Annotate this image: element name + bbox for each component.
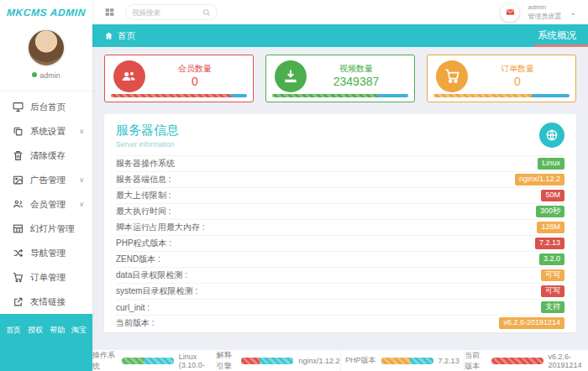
status-badge: 3.2.0 <box>539 253 564 265</box>
breadcrumb-home: 首页 <box>118 30 135 42</box>
server-row: PHP程式版本 : 7.2.13 <box>116 235 564 251</box>
server-row-label: 服务器操作系统 <box>116 158 175 170</box>
shuffle-icon <box>13 248 24 259</box>
server-row: 当前版本 : v6.2.6-20191214 <box>116 315 564 331</box>
app-window: MKCMS ADMIN admin 后台首页 系统设置 ∨ 清除缓存 广告管理 <box>0 0 588 371</box>
chevron-down-icon: ∨ <box>79 176 84 184</box>
stat-card-videos[interactable]: 视频数量 2349387 <box>265 55 415 102</box>
server-row: 服务器端信息 : nginx/1.12.2 <box>116 171 564 187</box>
stat-card-orders[interactable]: 订单数量 0 <box>427 55 576 102</box>
server-row-label: ZEND版本 : <box>116 253 160 265</box>
image-icon <box>13 175 24 186</box>
panel-title: 服务器信息 <box>116 123 179 138</box>
account-name: admin <box>528 3 561 13</box>
progress-bar <box>433 94 570 97</box>
sidebar-footer-link-license[interactable]: 授权 <box>28 325 43 371</box>
sidebar-item-orders[interactable]: 订单管理 <box>0 265 92 290</box>
status-badge: Linux <box>538 158 564 170</box>
server-row-label: 服务器端信息 : <box>116 174 171 186</box>
sidebar-item-label: 系统设置 <box>30 126 66 138</box>
sidebar-item-label: 广告管理 <box>30 175 66 186</box>
sidebar-item-slides[interactable]: 幻灯片管理 <box>0 217 92 241</box>
statbar-progress <box>381 358 433 364</box>
main-area: admin 管理员设置 ⌄ 首页 系统概况 <box>92 0 588 371</box>
server-row-label: system目录权限检测 : <box>116 285 197 297</box>
topbar: admin 管理员设置 ⌄ <box>92 0 588 24</box>
sidebar-item-links[interactable]: 友情链接 <box>0 290 92 314</box>
statbar-progress <box>491 358 543 364</box>
stat-label: 视频数量 <box>307 63 406 74</box>
avatar[interactable] <box>27 29 66 67</box>
username: admin <box>39 71 60 80</box>
progress-segment <box>111 94 231 97</box>
sidebar-footer-link-home[interactable]: 首页 <box>6 325 21 371</box>
sidebar-footer-link-taobao[interactable]: 淘宝 <box>71 325 87 371</box>
sidebar-item-label: 订单管理 <box>30 272 66 284</box>
users-icon <box>113 60 145 92</box>
progress-bar <box>111 94 247 97</box>
status-badge: 300秒 <box>536 206 564 217</box>
progress-bar <box>272 94 408 97</box>
globe-button[interactable] <box>539 123 564 148</box>
sidebar-item-ads[interactable]: 广告管理 ∨ <box>0 168 92 192</box>
external-link-icon <box>13 296 24 307</box>
sidebar-profile: admin <box>0 25 92 80</box>
statbar-progress <box>122 358 174 364</box>
breadcrumb[interactable]: 首页 <box>104 30 135 42</box>
statbar-label: 操作系统 <box>92 350 117 371</box>
status-badge: 可写 <box>541 269 564 281</box>
stat-card-meta: 会员数量 0 <box>145 63 244 89</box>
account-menu[interactable]: admin 管理员设置 <box>528 3 561 22</box>
sidebar-item-clear-cache[interactable]: 清除缓存 <box>0 144 92 168</box>
app-logo[interactable]: MKCMS ADMIN <box>0 0 93 25</box>
slides-icon <box>13 223 24 234</box>
stat-value: 0 <box>145 74 244 89</box>
statbar-label: 当前版本 <box>465 350 486 371</box>
home-icon <box>104 31 113 40</box>
apps-grid-button[interactable] <box>104 7 115 18</box>
sidebar-footer: 首页 授权 帮助 淘宝 <box>0 314 92 371</box>
stat-value: 0 <box>468 74 567 89</box>
server-row-label: data目录权限检测 : <box>116 269 187 281</box>
server-row: 服务器操作系统 Linux <box>116 155 564 171</box>
sidebar-item-label: 会员管理 <box>30 199 66 211</box>
progress-segment <box>231 94 247 97</box>
messages-button[interactable] <box>501 3 519 22</box>
statbar-value: 7.2.13 <box>438 357 459 365</box>
sidebar-footer-link-help[interactable]: 帮助 <box>50 325 65 371</box>
statbar-value: v6.2.6-20191214 <box>549 353 588 369</box>
globe-icon <box>545 128 559 142</box>
server-row-label: 最大上传限制 : <box>116 190 171 201</box>
statbar-version: 当前版本 v6.2.6-20191214 <box>464 350 588 371</box>
sidebar-item-label: 后台首页 <box>30 102 66 113</box>
server-row: 最大上传限制 : 50M <box>116 187 564 203</box>
desktop-icon <box>13 102 24 112</box>
stat-card-meta: 订单数量 0 <box>468 63 567 89</box>
search-icon[interactable] <box>202 8 211 17</box>
progress-segment <box>381 358 410 364</box>
progress-segment <box>272 94 378 97</box>
statbar-label: PHP版本 <box>345 355 376 366</box>
sidebar-item-system-settings[interactable]: 系统设置 ∨ <box>0 119 92 144</box>
progress-segment <box>491 358 543 364</box>
progress-segment <box>433 94 532 97</box>
search-input[interactable] <box>132 8 202 17</box>
status-badge: 支持 <box>541 301 564 313</box>
copy-icon <box>13 126 24 137</box>
sidebar-item-label: 清除缓存 <box>30 150 66 162</box>
sidebar-item-members[interactable]: 会员管理 ∨ <box>0 192 92 217</box>
chevron-down-icon: ∨ <box>79 128 84 135</box>
sidebar-item-label: 导航管理 <box>30 248 66 259</box>
stat-card-meta: 视频数量 2349387 <box>307 63 406 89</box>
server-row: 脚本运行占用最大内存 : 128M <box>116 219 564 235</box>
section-title[interactable]: 系统概况 <box>538 29 576 42</box>
progress-segment <box>122 358 144 364</box>
sidebar-item-dashboard[interactable]: 后台首页 <box>0 95 92 119</box>
stat-card-members[interactable]: 会员数量 0 <box>104 55 254 102</box>
status-badge: 50M <box>541 190 564 201</box>
chevron-down-icon: ∨ <box>79 201 84 208</box>
chevron-down-icon[interactable]: ⌄ <box>570 8 576 17</box>
server-info-panel: 服务器信息 Server information 服务器操作系统 Linux 服… <box>104 114 576 332</box>
cart-icon <box>436 60 468 92</box>
sidebar-item-navigation[interactable]: 导航管理 <box>0 241 92 265</box>
